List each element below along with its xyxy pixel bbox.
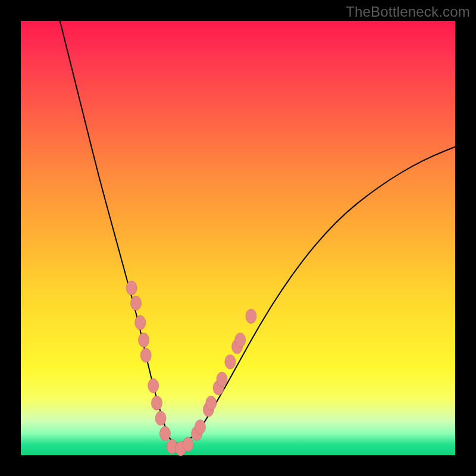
data-marker: [140, 348, 151, 362]
data-marker: [139, 333, 149, 347]
bottleneck-curve: [60, 21, 455, 443]
data-marker: [183, 437, 193, 452]
data-marker: [148, 378, 159, 393]
data-marker: [155, 411, 166, 425]
bottleneck-chart: [21, 21, 455, 455]
data-marker: [126, 281, 137, 295]
watermark-text: TheBottleneck.com: [346, 4, 470, 20]
data-marker: [130, 296, 141, 311]
data-marker: [235, 333, 246, 347]
data-marker: [151, 396, 162, 410]
data-marker: [217, 372, 227, 386]
data-marker: [135, 315, 146, 330]
data-marker: [246, 309, 256, 323]
data-marker: [159, 427, 170, 441]
data-marker: [195, 420, 205, 434]
data-marker: [206, 396, 217, 410]
data-marker: [225, 355, 236, 369]
marker-group: [126, 281, 256, 456]
